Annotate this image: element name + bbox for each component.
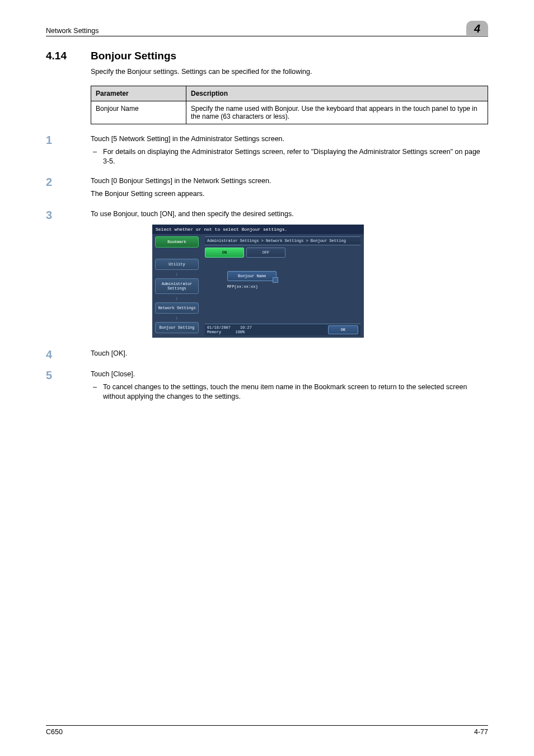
step-subtext: For details on displaying the Administra… bbox=[103, 147, 488, 166]
chevron-down-icon: ↓ bbox=[176, 316, 179, 320]
chevron-down-icon: ↓ bbox=[176, 272, 179, 277]
section-heading: 4.14 Bonjour Settings bbox=[46, 50, 488, 62]
tp-nav-admin-settings[interactable]: Administrator Settings bbox=[155, 278, 199, 294]
page-footer: C650 4-77 bbox=[46, 725, 488, 736]
footer-page-number: 4-77 bbox=[474, 728, 488, 736]
tp-instruction: Select whether or not to select Bonjour … bbox=[152, 225, 364, 234]
step-4: 4 Touch [OK]. bbox=[46, 349, 488, 362]
step-text: Touch [OK]. bbox=[91, 349, 488, 358]
tp-bonjour-name-value: MFP(xx:xx:xx) bbox=[227, 284, 358, 289]
table-header-description: Description bbox=[186, 86, 488, 101]
chapter-number-tab: 4 bbox=[466, 21, 488, 35]
step-3: 3 To use Bonjour, touch [ON], and then s… bbox=[46, 209, 488, 341]
tp-status-memory-value: 100% bbox=[235, 330, 245, 334]
table-cell-param: Bonjour Name bbox=[91, 101, 186, 124]
tp-breadcrumb: Administrator Settings > Network Setting… bbox=[205, 236, 360, 245]
step-5: 5 Touch [Close]. To cancel changes to th… bbox=[46, 370, 488, 404]
tp-nav-bonjour-setting[interactable]: Bonjour Setting bbox=[155, 322, 199, 333]
step-subtext: To cancel changes to the settings, touch… bbox=[103, 382, 488, 402]
header-section-label: Network Settings bbox=[46, 27, 99, 35]
tp-status-time: 10:27 bbox=[240, 325, 252, 330]
page-header: Network Settings 4 bbox=[46, 20, 488, 36]
table-cell-desc: Specify the name used with Bonjour. Use … bbox=[186, 101, 488, 124]
step-text: Touch [0 Bonjour Settings] in the Networ… bbox=[91, 176, 488, 186]
section-number: 4.14 bbox=[46, 50, 91, 62]
step-2: 2 Touch [0 Bonjour Settings] in the Netw… bbox=[46, 176, 488, 202]
table-row: Bonjour Name Specify the name used with … bbox=[91, 101, 488, 124]
tp-nav-network-settings[interactable]: Network Settings bbox=[155, 302, 199, 314]
touchpanel-screenshot: Select whether or not to select Bonjour … bbox=[152, 225, 364, 338]
tp-bookmark-button[interactable]: Bookmark bbox=[155, 236, 199, 248]
tp-status-date: 01/18/2007 bbox=[207, 325, 231, 330]
footer-model: C650 bbox=[46, 728, 63, 736]
tp-sidebar: Bookmark Utility ↓ Administrator Setting… bbox=[152, 234, 202, 338]
section-intro: Specify the Bonjour settings. Settings c… bbox=[91, 68, 488, 76]
step-number: 3 bbox=[46, 209, 91, 341]
step-number: 4 bbox=[46, 349, 91, 362]
tp-status-memory-label: Memory bbox=[207, 330, 221, 334]
step-1: 1 Touch [5 Network Setting] in the Admin… bbox=[46, 134, 488, 169]
step-number: 1 bbox=[46, 134, 91, 169]
tp-tab-off[interactable]: OFF bbox=[246, 248, 285, 258]
tp-bonjour-name-button[interactable]: Bonjour Name bbox=[227, 271, 277, 281]
parameter-table: Parameter Description Bonjour Name Speci… bbox=[91, 86, 488, 124]
step-number: 2 bbox=[46, 176, 91, 202]
table-header-parameter: Parameter bbox=[91, 86, 186, 101]
step-text: Touch [Close]. bbox=[91, 370, 488, 379]
tp-nav-utility[interactable]: Utility bbox=[155, 259, 199, 270]
chevron-down-icon: ↓ bbox=[176, 296, 179, 301]
step-number: 5 bbox=[46, 370, 91, 404]
step-text: Touch [5 Network Setting] in the Adminis… bbox=[91, 134, 488, 144]
tp-ok-button[interactable]: OK bbox=[328, 325, 358, 334]
section-title: Bonjour Settings bbox=[91, 50, 176, 62]
tp-status-bar: 01/18/2007 10:27 Memory 100% bbox=[207, 325, 252, 334]
step-text: To use Bonjour, touch [ON], and then spe… bbox=[91, 209, 488, 219]
step-text: The Bonjour Setting screen appears. bbox=[91, 189, 488, 199]
tp-tab-on[interactable]: ON bbox=[205, 248, 244, 258]
